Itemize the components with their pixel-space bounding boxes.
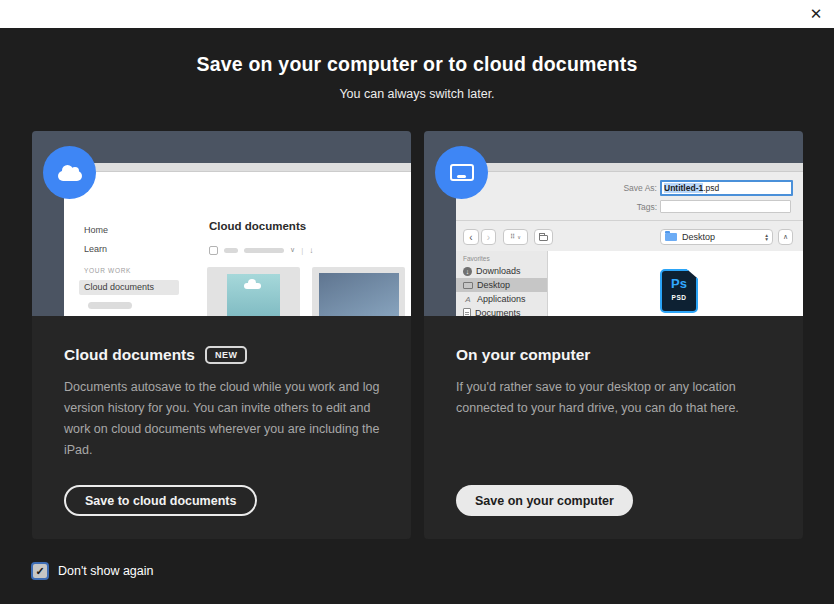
desktop-icon <box>463 282 473 289</box>
cloud-icon <box>58 171 82 181</box>
desert-artwork <box>227 274 280 316</box>
artwork-cloud <box>244 283 261 289</box>
save-as-label: Save As: <box>577 183 657 193</box>
dialog-subtitle: You can always switch later. <box>0 76 834 101</box>
dialog-title: Save on your computer or to cloud docume… <box>0 28 834 76</box>
folder-icon <box>539 235 548 241</box>
mini-doc-thumbnail-1 <box>207 267 300 316</box>
close-icon[interactable]: ✕ <box>805 3 827 25</box>
cloud-circle-badge <box>43 146 96 199</box>
save-choice-dialog: Save on your computer or to cloud docume… <box>0 28 834 604</box>
location-dropdown: Desktop ▴ ▾ <box>660 229 773 245</box>
mini-select-checkbox <box>209 246 218 255</box>
computer-card-text: On your computer If you'd rather save to… <box>424 316 803 419</box>
favorite-label: Documents <box>475 308 521 316</box>
location-label: Desktop <box>682 232 760 242</box>
chevron-down-icon: ∨ <box>517 234 521 240</box>
filename-field: Untitled-1.psd <box>660 180 793 196</box>
stepper-down-icon: ▾ <box>765 237 768 242</box>
downloads-icon: ↓ <box>463 267 472 276</box>
mini-sidebar-section-label: YOUR WORK <box>84 267 131 274</box>
favorite-item-documents: Documents <box>456 306 547 316</box>
grid-view-icon: ⠿ <box>510 233 515 241</box>
collapse-button: ∧ <box>778 229 793 245</box>
new-badge: NEW <box>205 346 248 364</box>
mini-sidebar-item-learn: Learn <box>84 244 107 254</box>
tags-label: Tags: <box>577 202 657 212</box>
cloud-documents-card: Home Learn YOUR WORK Cloud documents Clo… <box>32 131 411 539</box>
mini-sidebar-placeholder <box>88 302 132 309</box>
mac-save-mini-window: Save As: Untitled-1.psd Tags: ‹ › ⠿ ∨ <box>456 163 803 316</box>
mini-document-grid <box>207 267 405 316</box>
psd-file-icon: Ps PSD <box>660 269 698 313</box>
dont-show-again-control[interactable]: ✓ Don't show again <box>33 564 154 578</box>
cloud-mini-content: Home Learn YOUR WORK Cloud documents Clo… <box>64 172 411 316</box>
psd-extension-text: PSD <box>672 294 687 301</box>
cloud-card-text: Cloud documentsNEW Documents autosave to… <box>32 316 411 461</box>
mini-window-titlebar <box>64 163 411 172</box>
documents-icon <box>463 308 471 316</box>
favorite-label: Applications <box>477 294 526 304</box>
mini-filter-pill <box>224 248 238 253</box>
cloud-card-title: Cloud documents <box>64 346 195 363</box>
cloud-mini-window: Home Learn YOUR WORK Cloud documents Clo… <box>64 163 411 316</box>
mini-doc-thumbnail-2 <box>312 267 405 316</box>
stepper-icon: ▴ ▾ <box>765 233 768 242</box>
mini-heading: Cloud documents <box>209 220 306 232</box>
applications-icon: A <box>463 295 473 304</box>
on-computer-card: Save As: Untitled-1.psd Tags: ‹ › ⠿ ∨ <box>424 131 803 539</box>
favorite-label: Desktop <box>477 280 510 290</box>
mac-save-content: Save As: Untitled-1.psd Tags: ‹ › ⠿ ∨ <box>456 172 803 316</box>
divider <box>456 220 803 221</box>
favorites-header: Favorites <box>456 255 547 262</box>
back-button: ‹ <box>463 229 479 245</box>
favorites-sidebar: Favorites ↓ Downloads Desktop A <box>456 251 548 316</box>
ps-logo-text: Ps <box>671 276 687 291</box>
gradient-artwork <box>319 273 399 316</box>
mini-window-titlebar <box>456 163 803 172</box>
mini-sidebar-item-cloud-documents: Cloud documents <box>79 280 179 295</box>
cloud-preview-image: Home Learn YOUR WORK Cloud documents Clo… <box>32 131 411 316</box>
new-folder-button <box>534 229 553 245</box>
mini-sort-pill <box>244 248 284 253</box>
computer-circle-badge <box>435 146 488 199</box>
filename-selected-text: Untitled-1 <box>664 183 703 193</box>
dont-show-again-checkbox[interactable]: ✓ <box>33 564 47 578</box>
filename-extension: .psd <box>703 183 719 193</box>
mini-toolbar: ∨ | ↓ <box>209 245 313 255</box>
view-options-button: ⠿ ∨ <box>503 229 528 245</box>
tags-field <box>660 200 791 213</box>
favorite-item-applications: A Applications <box>456 292 547 306</box>
desktop-folder-icon <box>665 233 677 241</box>
file-area: Ps PSD <box>548 251 803 316</box>
save-on-computer-button[interactable]: Save on your computer <box>456 485 633 516</box>
computer-card-description: If you'd rather save to your desktop or … <box>456 377 776 419</box>
dont-show-again-label[interactable]: Don't show again <box>58 564 154 578</box>
forward-button: › <box>481 229 496 245</box>
favorite-label: Downloads <box>476 266 521 276</box>
chevron-down-icon: ∨ <box>290 246 295 254</box>
save-to-cloud-button[interactable]: Save to cloud documents <box>64 485 257 516</box>
laptop-icon <box>450 164 474 181</box>
sort-direction-icon: ↓ <box>309 246 313 255</box>
cloud-card-description: Documents autosave to the cloud while yo… <box>64 377 384 461</box>
favorite-item-desktop: Desktop <box>456 278 547 292</box>
computer-preview-image: Save As: Untitled-1.psd Tags: ‹ › ⠿ ∨ <box>424 131 803 316</box>
computer-card-title: On your computer <box>456 346 590 363</box>
window-titlebar: ✕ <box>0 0 834 28</box>
mac-file-browser: Favorites ↓ Downloads Desktop A <box>456 251 803 316</box>
favorite-item-downloads: ↓ Downloads <box>456 264 547 278</box>
mini-sidebar-item-home: Home <box>84 225 108 235</box>
divider-glyph: | <box>301 246 303 255</box>
